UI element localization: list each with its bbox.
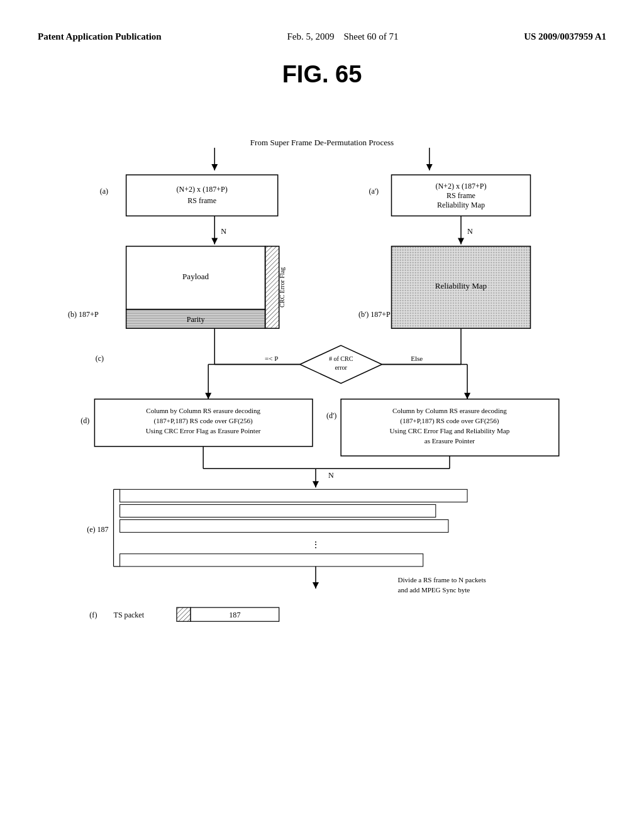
leq-p-label: =< P <box>265 355 278 362</box>
reliability-map-text: Reliability Map <box>435 281 487 290</box>
divide-text2: and add MPEG Sync byte <box>398 586 470 594</box>
diagram-area: From Super Frame De-Permutation Process … <box>38 113 606 773</box>
svg-marker-31 <box>205 393 211 399</box>
crc-diamond-text1: # of CRC <box>329 355 353 362</box>
label-dprime: (d') <box>326 411 336 420</box>
n-label-3: N <box>328 471 334 480</box>
header-left: Patent Application Publication <box>38 31 162 42</box>
label-b: (b) 187+P <box>68 310 99 319</box>
svg-rect-52 <box>177 607 191 621</box>
svg-marker-16 <box>211 238 218 245</box>
svg-marker-42 <box>313 481 319 487</box>
diagram-svg: From Super Frame De-Permutation Process … <box>38 113 606 773</box>
box-dprime-text4: as Erasure Pointer <box>425 437 475 445</box>
box-d-text3: Using CRC Error Flag as Erasure Pointer <box>146 427 261 434</box>
box-a-text1: (N+2) x (187+P) <box>177 185 228 194</box>
svg-rect-13 <box>126 175 278 216</box>
parity-text: Parity <box>187 315 205 324</box>
ts-packet-label: TS packet <box>114 611 145 619</box>
else-label: Else <box>411 355 423 362</box>
header-sheet: Sheet 60 of 71 <box>343 31 398 42</box>
box-dprime-text2: (187+P,187) RS code over GF(256) <box>400 417 499 425</box>
svg-rect-46 <box>120 489 467 502</box>
svg-rect-48 <box>120 520 448 533</box>
box-aprime-text3: Reliability Map <box>437 201 485 209</box>
box-aprime-text2: RS frame <box>447 191 475 200</box>
svg-marker-12 <box>426 164 433 170</box>
svg-marker-34 <box>464 393 470 399</box>
svg-marker-18 <box>458 238 464 245</box>
source-label: From Super Frame De-Permutation Process <box>250 138 394 147</box>
page: Patent Application Publication Feb. 5, 2… <box>0 0 644 830</box>
crc-diamond-text2: error <box>335 364 347 371</box>
box-d-text2: (187+P,187) RS code over GF(256) <box>154 417 253 425</box>
box-a-text2: RS frame <box>187 196 216 205</box>
header-right: US 2009/0037959 A1 <box>524 31 606 42</box>
label-f: (f) <box>89 611 97 619</box>
box-dprime-text1: Column by Column RS erasure decoding <box>392 407 507 414</box>
header-date: Feb. 5, 2009 <box>287 31 334 42</box>
n-label-1: N <box>221 227 226 236</box>
svg-rect-49 <box>120 554 423 567</box>
svg-marker-10 <box>211 164 218 170</box>
box-aprime-text1: (N+2) x (187+P) <box>435 182 486 191</box>
n-label-2: N <box>467 227 473 236</box>
header-center: Feb. 5, 2009 Sheet 60 of 71 <box>287 31 398 42</box>
svg-rect-21 <box>265 246 279 329</box>
label-c: (c) <box>96 354 104 363</box>
label-e: (e) 187 <box>87 525 108 534</box>
crc-flag-label: CRC Error Flag <box>279 267 286 307</box>
header: Patent Application Publication Feb. 5, 2… <box>38 31 606 42</box>
label-bprime: (b') 187+P <box>358 310 391 319</box>
divide-text1: Divide a RS frame to N packets <box>398 576 486 584</box>
dots: ⋮ <box>311 540 320 550</box>
svg-rect-47 <box>120 504 436 517</box>
fig-title: FIG. 65 <box>38 61 606 88</box>
svg-marker-51 <box>313 582 319 589</box>
label-d: (d) <box>80 416 89 425</box>
payload-text: Payload <box>182 272 209 281</box>
box-d-text1: Column by Column RS erasure decoding <box>146 407 260 414</box>
label-aprime: (a') <box>369 187 379 196</box>
num-187: 187 <box>229 611 240 619</box>
box-dprime-text3: Using CRC Error Flag and Reliability Map <box>390 427 510 434</box>
label-a: (a) <box>100 187 108 196</box>
